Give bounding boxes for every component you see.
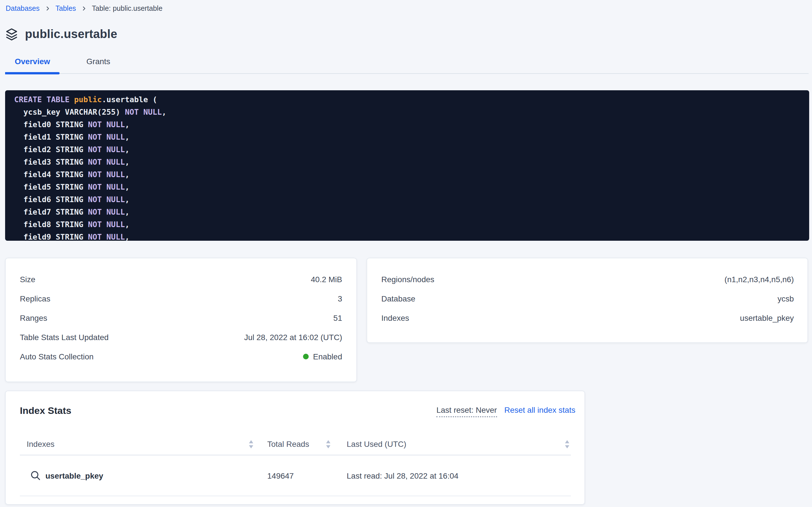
sql-token: ,: [125, 145, 129, 154]
stat-label: Indexes: [381, 314, 409, 323]
sql-line: field0 STRING NOT NULL,: [14, 118, 809, 130]
index-stats-table: Indexes Total Reads Last Used (UTC) user…: [20, 433, 571, 496]
column-label: Indexes: [27, 440, 55, 449]
sql-token: CREATE TABLE: [14, 95, 74, 104]
stat-label: Size: [20, 275, 35, 284]
last-used-cell: Last read: Jul 28, 2022 at 16:04: [347, 471, 571, 480]
stat-value-text: Enabled: [313, 352, 342, 361]
sql-token: ,: [125, 195, 129, 204]
sort-icon[interactable]: [249, 440, 254, 448]
sql-token: NOT NULL: [88, 195, 125, 204]
index-stats-title: Index Stats: [20, 405, 71, 417]
tab-overview[interactable]: Overview: [5, 57, 60, 73]
stat-label: Regions/nodes: [381, 275, 434, 284]
stat-label: Auto Stats Collection: [20, 352, 93, 361]
sql-line: field7 STRING NOT NULL,: [14, 206, 809, 218]
index-name-link[interactable]: usertable_pkey: [45, 471, 103, 480]
stat-value: (n1,n2,n3,n4,n5,n6): [725, 275, 794, 284]
stat-label: Database: [381, 294, 415, 303]
index-stats-table-body: usertable_pkey149647Last read: Jul 28, 2…: [20, 455, 571, 496]
stat-value: Jul 28, 2022 at 16:02 (UTC): [244, 333, 342, 342]
stat-value-text: (n1,n2,n3,n4,n5,n6): [725, 275, 794, 284]
sort-icon[interactable]: [565, 440, 570, 448]
sql-token: ,: [125, 170, 129, 179]
sql-token: NOT NULL: [88, 232, 125, 241]
table-stats-card: Size40.2 MiBReplicas3Ranges51Table Stats…: [5, 258, 357, 382]
stat-value: 51: [333, 314, 342, 323]
table-stats-rows: Size40.2 MiBReplicas3Ranges51Table Stats…: [20, 270, 342, 366]
sql-token: NOT NULL: [88, 220, 125, 229]
index-stats-card: Index Stats Last reset: Never Reset all …: [5, 391, 585, 505]
sql-token: field3 STRING: [14, 157, 88, 166]
sql-token: ,: [162, 107, 166, 116]
breadcrumb-current: Table: public.usertable: [92, 4, 163, 13]
sql-line: field8 STRING NOT NULL,: [14, 218, 809, 230]
sql-line: field1 STRING NOT NULL,: [14, 130, 809, 143]
stat-value: 3: [337, 294, 342, 303]
column-header-indexes[interactable]: Indexes: [27, 440, 267, 449]
stat-row: Replicas3: [20, 289, 342, 308]
database-info-card: Regions/nodes(n1,n2,n3,n4,n5,n6)Database…: [367, 258, 808, 343]
sql-token: field6 STRING: [14, 195, 88, 204]
sql-line: field4 STRING NOT NULL,: [14, 168, 809, 180]
stat-label: Replicas: [20, 294, 50, 303]
index-stats-header: Index Stats Last reset: Never Reset all …: [20, 405, 575, 419]
sort-icon[interactable]: [326, 440, 331, 448]
index-name-cell: usertable_pkey: [27, 470, 267, 481]
stat-row: Ranges51: [20, 308, 342, 328]
sql-token: NOT NULL: [88, 170, 125, 179]
sql-token: NOT NULL: [88, 145, 125, 154]
table-details-page: Databases Tables Table: public.usertable…: [0, 0, 812, 507]
sql-token: ,: [125, 220, 129, 229]
stat-value-text: usertable_pkey: [740, 314, 794, 323]
sql-token: field7 STRING: [14, 207, 88, 216]
stat-value-text: 51: [333, 314, 342, 323]
sql-token: NOT NULL: [88, 120, 125, 129]
database-info-rows: Regions/nodes(n1,n2,n3,n4,n5,n6)Database…: [381, 270, 794, 328]
sql-line: field6 STRING NOT NULL,: [14, 193, 809, 206]
sql-token: NOT NULL: [88, 182, 125, 191]
stat-row: Regions/nodes(n1,n2,n3,n4,n5,n6): [381, 270, 794, 289]
sql-token: ,: [125, 157, 129, 166]
page-header: public.usertable: [5, 26, 812, 42]
sql-token: ,: [125, 132, 129, 142]
stat-value-text: Jul 28, 2022 at 16:02 (UTC): [244, 333, 342, 342]
sql-token: ycsb_key VARCHAR(255): [14, 107, 125, 116]
sql-token: field5 STRING: [14, 182, 88, 191]
stat-row: Databaseycsb: [381, 289, 794, 308]
sql-token: public: [74, 95, 102, 104]
stat-row: Table Stats Last UpdatedJul 28, 2022 at …: [20, 328, 342, 347]
sql-token: NOT NULL: [88, 157, 125, 166]
breadcrumb: Databases Tables Table: public.usertable: [0, 0, 812, 13]
sql-token: ,: [125, 232, 129, 241]
index-stats-row: usertable_pkey149647Last read: Jul 28, 2…: [20, 455, 571, 496]
breadcrumb-link-databases[interactable]: Databases: [6, 4, 40, 13]
stat-value-text: 3: [337, 294, 342, 303]
sql-token: field8 STRING: [14, 220, 88, 229]
stat-row: Auto Stats CollectionEnabled: [20, 347, 342, 366]
chevron-right-icon: [81, 6, 87, 11]
breadcrumb-link-tables[interactable]: Tables: [56, 4, 76, 13]
column-label: Total Reads: [267, 440, 309, 449]
sql-token: field0 STRING: [14, 120, 88, 129]
sql-token: NOT NULL: [88, 207, 125, 216]
stat-value-text: ycsb: [777, 294, 794, 303]
stat-value: 40.2 MiB: [311, 275, 342, 284]
stat-row: Size40.2 MiB: [20, 270, 342, 289]
stat-row: Indexesusertable_pkey: [381, 308, 794, 328]
sql-token: field1 STRING: [14, 132, 88, 142]
reset-all-index-stats-link[interactable]: Reset all index stats: [504, 405, 575, 414]
chevron-right-icon: [45, 6, 51, 11]
index-stats-column-headers: Indexes Total Reads Last Used (UTC): [20, 433, 571, 455]
last-reset-label: Last reset: Never: [436, 405, 497, 417]
column-header-total-reads[interactable]: Total Reads: [267, 440, 347, 449]
sql-line: field5 STRING NOT NULL,: [14, 180, 809, 193]
stat-value-text: 40.2 MiB: [311, 275, 342, 284]
magnifier-icon: [30, 470, 41, 481]
stat-label: Table Stats Last Updated: [20, 333, 109, 342]
page-title: public.usertable: [25, 27, 117, 41]
tab-grants[interactable]: Grants: [77, 57, 120, 73]
column-header-last-used[interactable]: Last Used (UTC): [347, 440, 571, 449]
sql-line: ycsb_key VARCHAR(255) NOT NULL,: [14, 106, 809, 118]
sql-line: field3 STRING NOT NULL,: [14, 156, 809, 168]
